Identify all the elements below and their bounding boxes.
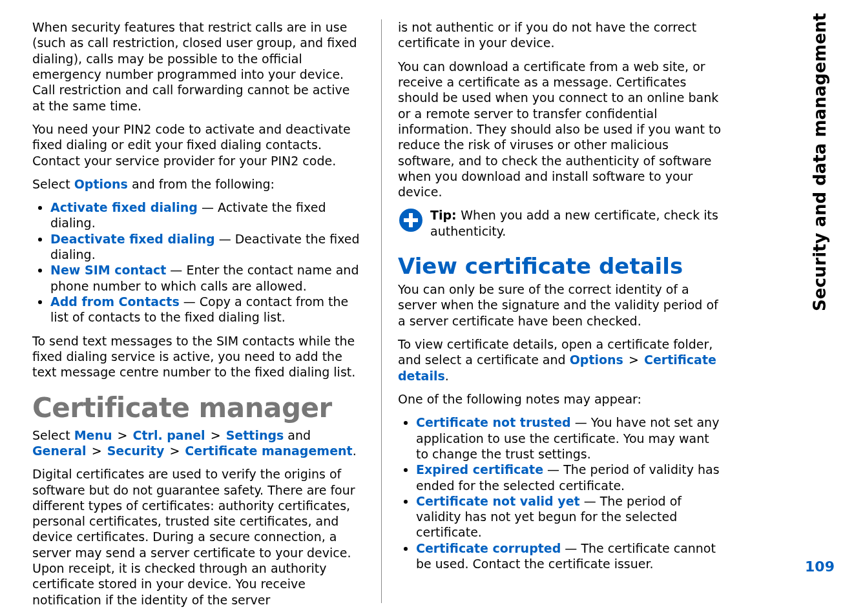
options-list: Activate fixed dialing — Activate the fi…	[32, 200, 365, 325]
list-item: Certificate not valid yet — The period o…	[416, 493, 724, 540]
list-item: Expired certificate — The period of vali…	[416, 462, 724, 493]
chevron: >	[116, 428, 129, 442]
right-column: is not authentic or if you do not have t…	[381, 19, 730, 603]
paragraph: To send text messages to the SIM contact…	[32, 333, 365, 380]
text: and	[284, 428, 311, 442]
tip-label: Tip:	[430, 208, 461, 222]
option-label: Deactivate fixed dialing	[50, 232, 215, 246]
svg-rect-2	[404, 218, 418, 222]
paragraph: When security features that restrict cal…	[32, 19, 365, 114]
nav-general: General	[32, 444, 87, 458]
nav-menu: Menu	[74, 428, 112, 442]
nav-path: Select Menu > Ctrl. panel > Settings and…	[32, 427, 365, 459]
text: Select	[32, 428, 74, 442]
paragraph: You need your PIN2 code to activate and …	[32, 121, 365, 169]
tip-text: Tip: When you add a new certificate, che…	[430, 207, 724, 239]
options-link: Options	[74, 177, 128, 191]
option-label: Activate fixed dialing	[50, 200, 198, 214]
text: Select	[32, 177, 74, 191]
paragraph: Digital certificates are used to verify …	[32, 466, 365, 608]
tip-plus-icon	[398, 207, 424, 233]
nav-settings: Settings	[226, 428, 284, 442]
chevron: >	[627, 353, 640, 367]
side-margin: Security and data management 109	[805, 13, 835, 575]
note-label: Certificate not valid yet	[416, 494, 580, 508]
chevron: >	[209, 428, 222, 442]
list-item: Deactivate fixed dialing — Deactivate th…	[50, 231, 365, 263]
nav-security: Security	[107, 444, 165, 458]
page-content: When security features that restrict cal…	[0, 0, 854, 616]
paragraph: Select Options and from the following:	[32, 176, 365, 192]
paragraph: is not authentic or if you do not have t…	[398, 19, 724, 51]
paragraph: One of the following notes may appear:	[398, 391, 724, 407]
paragraph: You can only be sure of the correct iden…	[398, 282, 724, 329]
heading-view-cert-details: View certificate details	[398, 253, 724, 279]
text: .	[445, 369, 449, 383]
heading-certificate-manager: Certificate manager	[32, 392, 365, 424]
tip-callout: Tip: When you add a new certificate, che…	[398, 207, 724, 239]
paragraph: To view certificate details, open a cert…	[398, 336, 724, 384]
list-item: New SIM contact — Enter the contact name…	[50, 262, 365, 294]
list-item: Add from Contacts — Copy a contact from …	[50, 294, 365, 325]
note-label: Expired certificate	[416, 462, 543, 477]
nav-cert-mgmt: Certificate management	[185, 444, 352, 458]
left-column: When security features that restrict cal…	[32, 19, 381, 603]
tip-body: When you add a new certificate, check it…	[430, 208, 718, 238]
text: .	[353, 444, 357, 458]
section-title-vertical: Security and data management	[810, 13, 829, 311]
option-label: Add from Contacts	[50, 294, 180, 309]
chevron: >	[168, 444, 181, 458]
page-number: 109	[805, 559, 835, 575]
nav-ctrl-panel: Ctrl. panel	[133, 428, 205, 442]
options-link: Options	[570, 353, 623, 367]
notes-list: Certificate not trusted — You have not s…	[398, 415, 724, 571]
list-item: Certificate not trusted — You have not s…	[416, 415, 724, 462]
option-label: New SIM contact	[50, 263, 166, 277]
paragraph: You can download a certificate from a we…	[398, 59, 724, 200]
text: and from the following:	[128, 177, 275, 191]
list-item: Certificate corrupted — The certificate …	[416, 540, 724, 572]
list-item: Activate fixed dialing — Activate the fi…	[50, 200, 365, 231]
note-label: Certificate not trusted	[416, 415, 571, 429]
chevron: >	[90, 444, 103, 458]
note-label: Certificate corrupted	[416, 541, 561, 555]
